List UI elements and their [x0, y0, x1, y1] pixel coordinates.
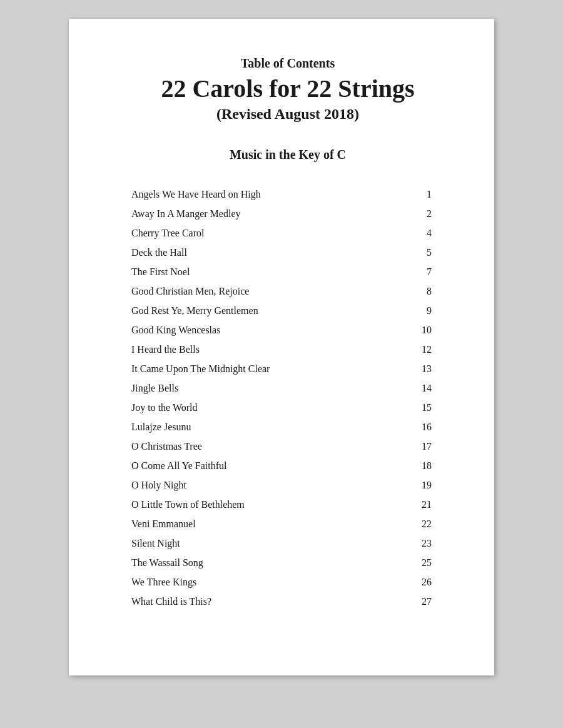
- toc-page: 18: [407, 456, 444, 475]
- toc-page: 15: [407, 398, 444, 417]
- toc-title: Jingle Bells: [131, 378, 407, 398]
- main-title: 22 Carols for 22 Strings: [131, 74, 444, 103]
- toc-page: 19: [407, 475, 444, 495]
- toc-row: Deck the Hall5: [131, 243, 444, 262]
- toc-title: We Three Kings: [131, 572, 407, 592]
- toc-label: Table of Contents: [131, 56, 444, 71]
- toc-page: 8: [407, 281, 444, 301]
- toc-row: We Three Kings26: [131, 572, 444, 592]
- toc-row: What Child is This?27: [131, 592, 444, 611]
- toc-title: The First Noel: [131, 262, 407, 281]
- toc-page: 22: [407, 514, 444, 533]
- toc-page: 26: [407, 572, 444, 592]
- toc-row: Good King Wenceslas10: [131, 320, 444, 340]
- toc-title: Veni Emmanuel: [131, 514, 407, 533]
- toc-title: Good Christian Men, Rejoice: [131, 281, 407, 301]
- toc-title: Lulajze Jesunu: [131, 417, 407, 437]
- toc-page: 14: [407, 378, 444, 398]
- toc-table: Angels We Have Heard on High1Away In A M…: [131, 185, 444, 611]
- toc-title: O Little Town of Bethlehem: [131, 495, 407, 514]
- toc-row: God Rest Ye, Merry Gentlemen9: [131, 301, 444, 320]
- toc-row: O Little Town of Bethlehem21: [131, 495, 444, 514]
- toc-row: It Came Upon The Midnight Clear13: [131, 359, 444, 378]
- toc-row: I Heard the Bells12: [131, 340, 444, 359]
- toc-page: 23: [407, 533, 444, 553]
- toc-title: What Child is This?: [131, 592, 407, 611]
- toc-title: It Came Upon The Midnight Clear: [131, 359, 407, 378]
- toc-title: O Come All Ye Faithful: [131, 456, 407, 475]
- toc-title: O Holy Night: [131, 475, 407, 495]
- toc-row: The First Noel7: [131, 262, 444, 281]
- page: Table of Contents 22 Carols for 22 Strin…: [69, 19, 494, 675]
- toc-page: 21: [407, 495, 444, 514]
- toc-page: 1: [407, 185, 444, 204]
- toc-page: 5: [407, 243, 444, 262]
- toc-row: Angels We Have Heard on High1: [131, 185, 444, 204]
- toc-title: The Wassail Song: [131, 553, 407, 572]
- toc-page: 25: [407, 553, 444, 572]
- toc-page: 13: [407, 359, 444, 378]
- toc-row: Veni Emmanuel22: [131, 514, 444, 533]
- toc-title: Angels We Have Heard on High: [131, 185, 407, 204]
- toc-row: Good Christian Men, Rejoice8: [131, 281, 444, 301]
- toc-row: Away In A Manger Medley2: [131, 204, 444, 223]
- toc-title: Away In A Manger Medley: [131, 204, 407, 223]
- toc-row: Lulajze Jesunu16: [131, 417, 444, 437]
- toc-title: Good King Wenceslas: [131, 320, 407, 340]
- subtitle: (Revised August 2018): [131, 106, 444, 123]
- toc-title: O Christmas Tree: [131, 437, 407, 456]
- toc-page: 7: [407, 262, 444, 281]
- toc-page: 16: [407, 417, 444, 437]
- section-title: Music in the Key of C: [131, 148, 444, 162]
- toc-page: 10: [407, 320, 444, 340]
- toc-page: 2: [407, 204, 444, 223]
- header: Table of Contents 22 Carols for 22 Strin…: [131, 56, 444, 123]
- toc-row: Jingle Bells14: [131, 378, 444, 398]
- toc-row: Silent Night23: [131, 533, 444, 553]
- toc-row: Cherry Tree Carol4: [131, 223, 444, 243]
- toc-title: Silent Night: [131, 533, 407, 553]
- toc-title: God Rest Ye, Merry Gentlemen: [131, 301, 407, 320]
- toc-title: Cherry Tree Carol: [131, 223, 407, 243]
- toc-page: 4: [407, 223, 444, 243]
- toc-page: 12: [407, 340, 444, 359]
- toc-title: I Heard the Bells: [131, 340, 407, 359]
- toc-title: Joy to the World: [131, 398, 407, 417]
- toc-row: O Come All Ye Faithful18: [131, 456, 444, 475]
- toc-row: Joy to the World15: [131, 398, 444, 417]
- toc-row: O Christmas Tree17: [131, 437, 444, 456]
- toc-page: 17: [407, 437, 444, 456]
- toc-row: O Holy Night19: [131, 475, 444, 495]
- toc-page: 9: [407, 301, 444, 320]
- toc-page: 27: [407, 592, 444, 611]
- toc-row: The Wassail Song25: [131, 553, 444, 572]
- toc-title: Deck the Hall: [131, 243, 407, 262]
